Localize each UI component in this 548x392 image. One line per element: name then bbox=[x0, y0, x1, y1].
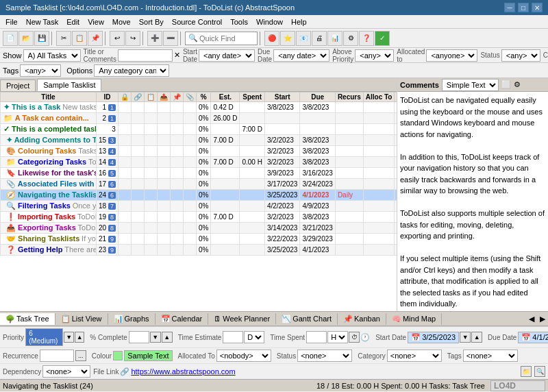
title-filter-input[interactable] bbox=[118, 49, 173, 62]
colour-swatch[interactable] bbox=[113, 351, 123, 360]
table-row[interactable]: ❗ Importing Tasks ToDoList... 19 8 0% 7.… bbox=[1, 212, 397, 223]
tb-copy[interactable]: 📋 bbox=[72, 31, 87, 46]
maximize-button[interactable]: □ bbox=[518, 3, 529, 12]
table-row[interactable]: 🔖 Likewise for the task's St... 16 5 0% … bbox=[1, 168, 397, 179]
tab-graphs[interactable]: 📊 Graphs bbox=[108, 313, 155, 325]
pct-complete-input[interactable]: 0 bbox=[129, 331, 149, 343]
status-prop-select[interactable]: <none> bbox=[297, 350, 352, 362]
comments-icon2[interactable]: ⚙ bbox=[514, 80, 521, 89]
tab-scroll-right[interactable]: ▶ bbox=[537, 315, 548, 323]
tab-week-planner[interactable]: 🗓 Week Planner bbox=[208, 313, 276, 324]
time-spent-input[interactable]: 0 bbox=[306, 331, 327, 343]
comments-tab-label[interactable]: Comments bbox=[400, 81, 439, 89]
tb-new[interactable]: 📄 bbox=[3, 31, 18, 46]
table-row[interactable]: 🔍 Filtering Tasks Once you h... 18 7 0% … bbox=[1, 201, 397, 212]
table-row[interactable]: ✦ This is a Task New tasks c... 1 1 0% 0… bbox=[1, 102, 397, 113]
task-table-container[interactable]: Title ID 🔒 🔗 📋 📤 📌 📎 % Est. Spent Start … bbox=[0, 92, 397, 311]
tb-btn-c[interactable]: 📧 bbox=[296, 31, 311, 46]
tb-save[interactable]: 💾 bbox=[34, 31, 49, 46]
tb-btn-b[interactable]: ⭐ bbox=[280, 31, 295, 46]
priority-down[interactable]: ▼ bbox=[64, 332, 74, 343]
start-date-select[interactable]: <any date> bbox=[199, 49, 255, 62]
menu-edit[interactable]: Edit bbox=[62, 16, 84, 27]
time-estimate-unit[interactable]: DH bbox=[244, 331, 264, 343]
tab-gantt[interactable]: 📉 Gantt Chart bbox=[276, 313, 338, 325]
file-link-open[interactable]: 🔍 bbox=[534, 366, 545, 377]
table-row[interactable]: 📎 Associated Files with Tasks 17 6 0% 3/… bbox=[1, 179, 397, 190]
recurrence-input[interactable]: Daily bbox=[40, 350, 74, 362]
table-row[interactable]: ✓ This is a completed task A... 3 0% 7:0… bbox=[1, 124, 397, 135]
start-date-display[interactable]: 📅 3/25/2023 bbox=[408, 332, 459, 343]
menu-file[interactable]: File bbox=[1, 16, 22, 27]
tab-scroll-left[interactable]: ◀ bbox=[526, 315, 537, 323]
tb-paste[interactable]: 📌 bbox=[88, 31, 103, 46]
sample-tasklist-tab[interactable]: Sample Tasklist bbox=[37, 79, 101, 91]
priority-select[interactable]: <any> bbox=[355, 49, 394, 62]
quick-find-input[interactable] bbox=[199, 34, 254, 42]
mind-map-icon: 🧠 bbox=[392, 315, 401, 323]
tab-list-view[interactable]: 📋 List View bbox=[55, 313, 108, 325]
tb-cut[interactable]: ✂ bbox=[56, 31, 71, 46]
recurrence-btn[interactable]: ... bbox=[75, 350, 86, 361]
clear-title-icon[interactable]: ✕ bbox=[174, 51, 180, 60]
tb-btn-f[interactable]: ⚙ bbox=[343, 31, 358, 46]
tb-btn-e[interactable]: 📊 bbox=[327, 31, 342, 46]
tags-select[interactable]: <any> bbox=[20, 64, 61, 77]
tb-open[interactable]: 📂 bbox=[18, 31, 34, 46]
time-estimate-input[interactable]: 0 bbox=[223, 331, 243, 343]
tb-btn-a[interactable]: 🔴 bbox=[264, 31, 279, 46]
project-tab[interactable]: Project bbox=[0, 79, 36, 91]
time-spent-timer[interactable]: ⏱ bbox=[349, 332, 360, 343]
table-row[interactable]: 🧭 Navigating the Tasklist T... 24 6 0% 3… bbox=[1, 190, 397, 201]
due-date-select[interactable]: <any date> bbox=[273, 49, 329, 62]
status-select[interactable]: <any> bbox=[501, 49, 540, 62]
menu-move[interactable]: Move bbox=[108, 16, 135, 27]
tb-undo[interactable]: ↩ bbox=[110, 31, 125, 46]
table-row[interactable]: ❓ Getting Help There are a... 23 9 0% 3/… bbox=[1, 245, 397, 256]
text-format-select[interactable]: Simple Text bbox=[442, 79, 499, 91]
tab-mind-map[interactable]: 🧠 Mind Map bbox=[386, 313, 442, 325]
table-row[interactable]: 🎨 Colouring Tasks Tasks can... 13 4 0% 3… bbox=[1, 146, 397, 157]
file-link-browse[interactable]: 📁 bbox=[521, 366, 532, 377]
tb-add-task[interactable]: ➕ bbox=[147, 31, 162, 46]
table-row[interactable]: ✦ Adding Comments to Tasks 15 3 0% 7.00 … bbox=[1, 135, 397, 146]
options-select[interactable]: Any category can... bbox=[94, 64, 169, 77]
allocated-select[interactable]: <anyone> bbox=[426, 49, 477, 62]
menu-view[interactable]: View bbox=[84, 16, 108, 27]
dependency-select[interactable]: <none> bbox=[42, 365, 90, 378]
task-clip bbox=[144, 146, 157, 157]
menu-source-control[interactable]: Source Control bbox=[168, 16, 226, 27]
show-select[interactable]: A) All Tasks bbox=[23, 49, 81, 62]
due-date-display[interactable]: 📅 4/1/2023 bbox=[518, 332, 548, 343]
menu-window[interactable]: Window bbox=[252, 16, 287, 27]
tb-btn-h[interactable]: ✓ bbox=[375, 31, 390, 46]
tab-kanban[interactable]: 📌 Kanban bbox=[338, 313, 386, 325]
tab-task-tree[interactable]: 🌳 Task Tree bbox=[0, 313, 55, 325]
tags-prop-select[interactable]: <none> bbox=[463, 350, 518, 362]
start-date-up[interactable]: ▲ bbox=[471, 332, 482, 343]
menu-tools[interactable]: Tools bbox=[226, 16, 252, 27]
table-row[interactable]: 📁 A Task can contain... 2 1 0% 26.00 D bbox=[1, 113, 397, 124]
comments-icon1[interactable]: ⬜ bbox=[501, 80, 511, 89]
menu-sort-by[interactable]: Sort By bbox=[135, 16, 168, 27]
menu-help[interactable]: Help bbox=[287, 16, 311, 27]
pct-down[interactable]: ▼ bbox=[150, 332, 161, 343]
tb-del-task[interactable]: ➖ bbox=[163, 31, 178, 46]
menu-new-task[interactable]: New Task bbox=[22, 16, 62, 27]
table-row[interactable]: 📁 Categorizing Tasks To ad... 14 4 0% 7.… bbox=[1, 157, 397, 168]
table-row[interactable]: 📤 Exporting Tasks ToDoList... 20 8 0% 3/… bbox=[1, 223, 397, 234]
minimize-button[interactable]: ─ bbox=[504, 3, 515, 12]
table-row[interactable]: 🤝 Sharing Tasklists If yo... 21 9 0% 3/2… bbox=[1, 234, 397, 245]
tb-btn-g[interactable]: ❓ bbox=[359, 31, 374, 46]
close-button[interactable]: ✕ bbox=[532, 3, 543, 12]
time-spent-unit[interactable]: HD bbox=[327, 331, 348, 343]
priority-up[interactable]: ▲ bbox=[75, 332, 85, 343]
tb-redo[interactable]: ↪ bbox=[125, 31, 140, 46]
tb-btn-d[interactable]: 🖨 bbox=[312, 31, 327, 46]
category-prop-select[interactable]: <none> bbox=[387, 350, 442, 362]
pct-up[interactable]: ▲ bbox=[162, 332, 173, 343]
allocated-to-select[interactable]: <nobody> bbox=[216, 350, 271, 362]
file-link-value[interactable]: https://www.abstractspoon.com bbox=[131, 367, 235, 376]
start-date-down[interactable]: ▼ bbox=[460, 332, 471, 343]
tab-calendar[interactable]: 📅 Calendar bbox=[155, 313, 209, 325]
